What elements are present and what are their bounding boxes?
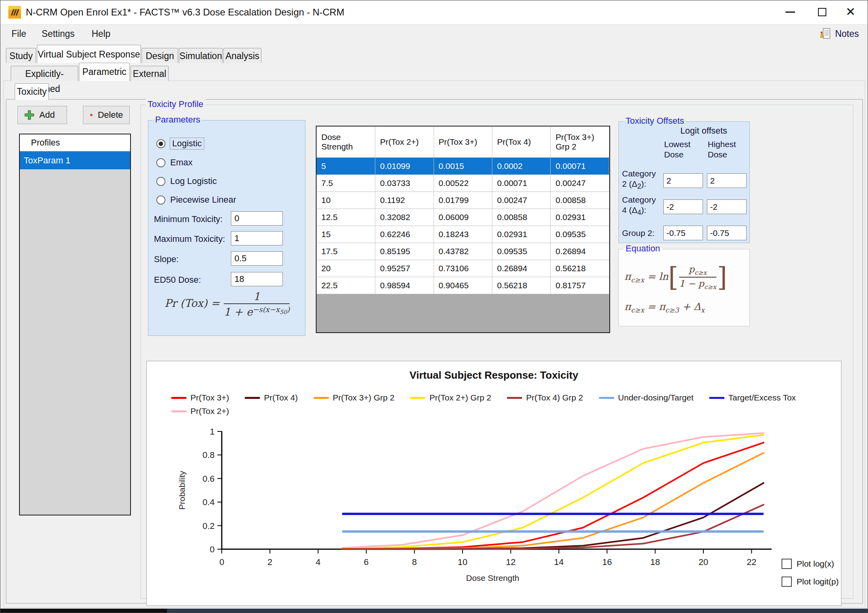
legend-label: Pr(Tox 4) xyxy=(264,393,298,402)
radio-circle-emax[interactable] xyxy=(156,158,165,167)
svg-text:4: 4 xyxy=(316,557,321,567)
svg-text:0.6: 0.6 xyxy=(202,474,215,484)
table-row[interactable]: 200.952570.731060.268940.56218 xyxy=(317,260,609,277)
subtab-explicitly-defined[interactable]: Explicitly-Defined xyxy=(11,66,78,81)
svg-text:12: 12 xyxy=(506,557,515,567)
toxicity-profile-group-label: Toxicity Profile xyxy=(146,99,205,109)
slope-input[interactable] xyxy=(231,251,283,266)
plot-logx-checkbox[interactable] xyxy=(782,559,792,569)
svg-text:0: 0 xyxy=(219,557,224,567)
svg-text:8: 8 xyxy=(412,557,417,567)
tab-design[interactable]: Design xyxy=(142,48,178,63)
logistic-formula: Pr (Tox) =11 + e−s(x−x50) xyxy=(148,290,306,318)
close-button[interactable]: ✕ xyxy=(837,0,864,23)
table-row[interactable]: 50.010990.00150.00020.00071 xyxy=(317,157,609,174)
minimize-icon xyxy=(785,11,795,13)
category4-highest-input[interactable] xyxy=(707,199,747,214)
tab-study[interactable]: Study xyxy=(6,48,36,63)
menu-item-file[interactable]: File xyxy=(6,25,32,43)
legend-swatch xyxy=(171,410,186,412)
toxicity-plot: 024681012141618202200.20.40.60.81Dose St… xyxy=(147,417,842,603)
toxicity-profile-group: Toxicity Profile Parameters Logistic Ema… xyxy=(140,105,853,599)
toxicity-offsets-group: Toxicity Offsets Logit offsets Lowest Do… xyxy=(618,121,750,243)
radio-circle-log-logistic[interactable] xyxy=(156,177,165,186)
category2-label: Category 2 (Δ2): xyxy=(622,169,662,192)
legend-item: Pr(Tox 2+) Grp 2 xyxy=(410,393,491,402)
legend-label: Target/Excess Tox xyxy=(728,393,796,402)
svg-text:Probability: Probability xyxy=(177,471,186,510)
ed50-dose-input[interactable] xyxy=(231,272,283,286)
toxicity-page: Add Delete Profiles ToxParam 1 Toxicity … xyxy=(6,99,863,603)
legend-swatch xyxy=(709,397,724,399)
plot-logitp-checkbox[interactable] xyxy=(782,577,792,587)
category4-label: Category 4 (Δ4): xyxy=(622,195,662,218)
slope-label: Slope: xyxy=(154,254,179,264)
radio-emax[interactable]: Emax xyxy=(156,157,192,168)
table-row[interactable]: 22.50.985940.904650.562180.81757 xyxy=(317,277,609,294)
category4-lowest-input[interactable] xyxy=(663,199,703,214)
profiles-list[interactable]: Profiles ToxParam 1 xyxy=(19,134,131,515)
parameters-group: Parameters Logistic Emax Log Logistic Pi… xyxy=(148,120,305,336)
maximize-icon xyxy=(818,8,826,16)
delete-x-icon xyxy=(90,110,93,120)
legend-label: Under-dosing/Target xyxy=(618,393,693,402)
table-row[interactable]: 100.11920.017990.002470.00858 xyxy=(317,192,609,209)
delete-button-label: Delete xyxy=(98,110,123,120)
subtab-external[interactable]: External xyxy=(131,66,169,81)
app-icon xyxy=(8,6,21,19)
svg-text:6: 6 xyxy=(364,557,369,567)
minimize-button[interactable] xyxy=(776,0,804,23)
radio-circle-logistic[interactable] xyxy=(156,139,165,148)
svg-text:2: 2 xyxy=(267,557,272,567)
menu-item-help[interactable]: Help xyxy=(86,25,116,43)
category2-lowest-input[interactable] xyxy=(663,173,703,188)
radio-logistic[interactable]: Logistic xyxy=(156,138,204,149)
max-toxicity-label: Maximum Toxicity: xyxy=(154,234,225,244)
radio-label-piecewise-linear: Piecewise Linear xyxy=(170,195,236,205)
radio-label-emax: Emax xyxy=(170,157,192,168)
svg-text:0.2: 0.2 xyxy=(202,521,215,531)
legend-label: Pr(Tox 4) Grp 2 xyxy=(526,393,583,402)
equation-group-label: Equation xyxy=(624,243,662,254)
radio-circle-piecewise-linear[interactable] xyxy=(156,195,165,205)
menu-bar: File Settings Help Notes xyxy=(0,24,868,42)
tab-analysis[interactable]: Analysis xyxy=(223,48,261,63)
equation-line-2: πc≥x = πc≥3 + Δx xyxy=(624,301,705,314)
plot-logx-option[interactable]: Plot log(x) xyxy=(782,559,834,569)
menu-item-settings[interactable]: Settings xyxy=(36,25,80,43)
add-button[interactable]: Add xyxy=(17,106,67,124)
tab-simulation[interactable]: Simulation xyxy=(179,48,223,63)
radio-piecewise-linear[interactable]: Piecewise Linear xyxy=(156,195,236,205)
max-toxicity-input[interactable] xyxy=(231,231,283,245)
profiles-list-header: Profiles xyxy=(20,134,130,152)
dose-table-header-cell: Pr(Tox 2+) xyxy=(375,126,434,157)
tab-virtual-subject-response[interactable]: Virtual Subject Response xyxy=(37,45,141,63)
table-row[interactable]: 17.50.851950.437820.095350.26894 xyxy=(317,243,609,260)
svg-text:1: 1 xyxy=(210,427,215,437)
svg-text:22: 22 xyxy=(747,557,756,567)
ed50-dose-label: ED50 Dose: xyxy=(154,275,201,285)
notes-button[interactable]: Notes xyxy=(819,25,859,42)
legend-swatch xyxy=(507,397,522,399)
legend-item: Target/Excess Tox xyxy=(709,393,796,402)
radio-label-log-logistic: Log Logistic xyxy=(170,176,217,186)
legend-swatch xyxy=(599,397,614,399)
min-toxicity-input[interactable] xyxy=(231,211,283,226)
table-row[interactable]: 150.622460.182430.029310.09535 xyxy=(317,226,609,243)
subtab-parametric[interactable]: Parametric xyxy=(79,63,130,81)
notes-label: Notes xyxy=(835,29,859,39)
group2-highest-input[interactable] xyxy=(707,226,747,240)
legend-item: Pr(Tox 2+) xyxy=(171,406,229,416)
table-row[interactable]: 7.50.037330.005220.000710.00247 xyxy=(317,174,609,192)
profile-item-toxparam1[interactable]: ToxParam 1 xyxy=(20,152,130,169)
group2-lowest-input[interactable] xyxy=(663,226,703,240)
legend-item: Under-dosing/Target xyxy=(599,393,693,402)
tab-toxicity[interactable]: Toxicity xyxy=(15,83,49,100)
delete-button[interactable]: Delete xyxy=(83,106,130,124)
plot-logitp-option[interactable]: Plot logit(p) xyxy=(782,577,839,587)
plot-logx-label: Plot log(x) xyxy=(797,559,834,569)
category2-highest-input[interactable] xyxy=(707,173,747,188)
maximize-button[interactable] xyxy=(808,0,836,23)
table-row[interactable]: 12.50.320820.060090.008580.02931 xyxy=(317,209,609,226)
radio-log-logistic[interactable]: Log Logistic xyxy=(156,176,217,186)
